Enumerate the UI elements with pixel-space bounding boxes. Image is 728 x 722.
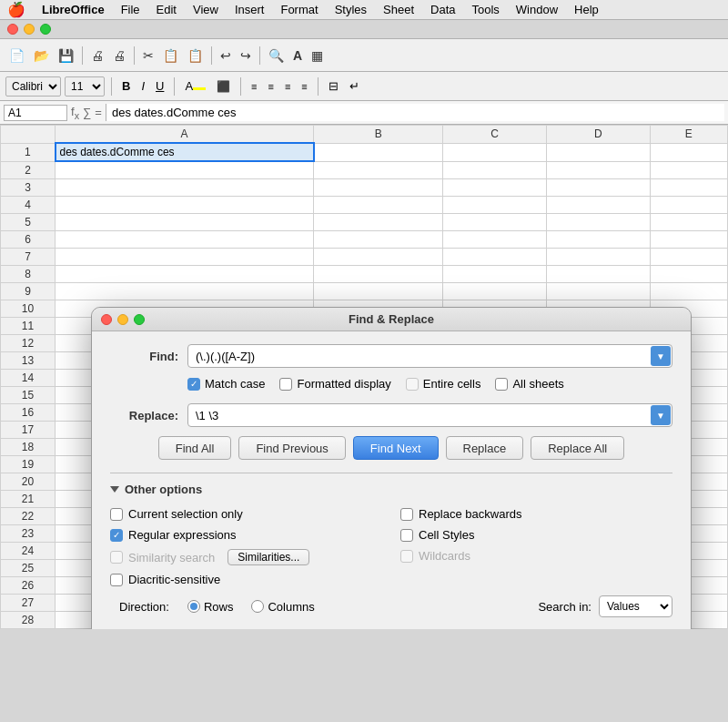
menubar-insert[interactable]: Insert — [228, 1, 272, 18]
maximize-button[interactable] — [40, 24, 51, 35]
table-row[interactable] — [547, 265, 651, 282]
table-row[interactable] — [650, 196, 727, 213]
paste-button[interactable]: 📋 — [184, 46, 207, 65]
rows-radio[interactable]: Rows — [187, 600, 234, 614]
replace-all-button[interactable]: Replace All — [531, 436, 624, 460]
table-row[interactable] — [314, 248, 443, 265]
dialog-close-button[interactable] — [101, 314, 112, 325]
table-row[interactable] — [314, 196, 443, 213]
col-header-a[interactable]: A — [56, 126, 314, 144]
replace-button[interactable]: Replace — [446, 436, 524, 460]
table-row[interactable] — [547, 230, 651, 248]
match-case-checkbox[interactable]: ✓ Match case — [187, 377, 265, 391]
wrap-text-button[interactable]: ↵ — [346, 78, 363, 94]
similarities-button[interactable]: Similarities... — [228, 549, 309, 565]
menubar-window[interactable]: Window — [509, 1, 565, 18]
menubar-tools[interactable]: Tools — [464, 1, 506, 18]
search-in-select[interactable]: Values Formulas Notes — [599, 595, 672, 617]
table-row[interactable] — [56, 161, 314, 178]
close-button[interactable] — [7, 24, 18, 35]
formula-input[interactable] — [106, 104, 724, 121]
col-header-c[interactable]: C — [443, 126, 547, 144]
italic-button[interactable]: I — [137, 78, 148, 94]
all-sheets-checkbox[interactable]: All sheets — [495, 377, 563, 391]
dialog-maximize-button[interactable] — [134, 314, 145, 325]
merge-cells-button[interactable]: ⊟ — [325, 78, 342, 94]
bold-button[interactable]: B — [118, 78, 134, 94]
cut-button[interactable]: ✂ — [139, 46, 157, 65]
table-row[interactable] — [314, 282, 443, 300]
align-center-button[interactable]: ≡ — [265, 80, 278, 93]
menubar-sheet[interactable]: Sheet — [376, 1, 421, 18]
menubar-edit[interactable]: Edit — [149, 1, 184, 18]
cell-reference-input[interactable] — [4, 105, 67, 121]
regular-expressions-option[interactable]: ✓ Regular expressions — [110, 528, 382, 542]
table-row[interactable] — [547, 178, 651, 196]
table-row[interactable] — [443, 230, 547, 248]
replace-backwards-option[interactable]: Replace backwards — [400, 507, 672, 521]
table-row[interactable]: des dates.dComme ces — [56, 143, 314, 161]
table-row[interactable] — [547, 143, 651, 161]
find-dropdown-button[interactable]: ▼ — [651, 346, 671, 366]
justify-button[interactable]: ≡ — [298, 80, 310, 93]
menubar-format[interactable]: Format — [273, 1, 325, 18]
replace-dropdown-button[interactable]: ▼ — [651, 405, 671, 425]
find-button[interactable]: 🔍 — [265, 46, 288, 65]
table-row[interactable] — [443, 196, 547, 213]
align-left-button[interactable]: ≡ — [248, 80, 260, 93]
table-row[interactable] — [650, 282, 727, 300]
table-row[interactable] — [56, 248, 314, 265]
table-row[interactable] — [650, 248, 727, 265]
table-row[interactable] — [547, 161, 651, 178]
table-row[interactable] — [547, 213, 651, 230]
table-row[interactable] — [443, 248, 547, 265]
undo-button[interactable]: ↩ — [217, 46, 235, 65]
table-row[interactable] — [56, 265, 314, 282]
diacritic-sensitive-option[interactable]: Diacritic-sensitive — [110, 573, 382, 586]
chart-button[interactable]: ▦ — [308, 46, 327, 65]
font-name-select[interactable]: Calibri — [5, 76, 61, 97]
formatted-display-checkbox[interactable]: Formatted display — [279, 377, 390, 391]
find-previous-button[interactable]: Find Previous — [238, 436, 345, 460]
table-row[interactable] — [650, 161, 727, 178]
table-row[interactable] — [443, 178, 547, 196]
menubar-app[interactable]: LibreOffice — [35, 1, 112, 18]
table-row[interactable] — [56, 196, 314, 213]
table-row[interactable] — [547, 196, 651, 213]
cell-styles-option[interactable]: Cell Styles — [400, 528, 672, 542]
table-row[interactable] — [650, 265, 727, 282]
table-row[interactable] — [56, 213, 314, 230]
columns-radio[interactable]: Columns — [251, 600, 314, 614]
dialog-minimize-button[interactable] — [117, 314, 128, 325]
replace-input[interactable] — [187, 403, 672, 427]
table-row[interactable] — [314, 213, 443, 230]
similarity-search-option[interactable]: Similarity search Similarities... — [110, 549, 382, 565]
redo-button[interactable]: ↪ — [237, 46, 255, 65]
table-row[interactable] — [314, 161, 443, 178]
print-button[interactable]: 🖨 — [87, 46, 107, 65]
spell-check-button[interactable]: A — [289, 46, 306, 65]
col-header-d[interactable]: D — [547, 126, 651, 144]
table-row[interactable] — [443, 265, 547, 282]
wildcards-option[interactable]: Wildcards — [400, 549, 672, 563]
underline-button[interactable]: U — [152, 78, 167, 94]
current-selection-option[interactable]: Current selection only — [110, 507, 382, 521]
copy-button[interactable]: 📋 — [159, 46, 182, 65]
menubar-help[interactable]: Help — [567, 1, 606, 18]
table-row[interactable] — [650, 230, 727, 248]
table-row[interactable] — [314, 230, 443, 248]
apple-menu[interactable]: 🍎 — [7, 1, 25, 18]
table-row[interactable] — [314, 265, 443, 282]
table-row[interactable] — [443, 282, 547, 300]
font-color-button[interactable]: A — [181, 78, 209, 94]
other-options-toggle[interactable]: Other options — [110, 483, 672, 496]
menubar-file[interactable]: File — [114, 1, 147, 18]
menubar-view[interactable]: View — [186, 1, 226, 18]
table-row[interactable] — [56, 178, 314, 196]
table-row[interactable] — [443, 213, 547, 230]
font-size-select[interactable]: 11 — [65, 76, 105, 97]
entire-cells-checkbox[interactable]: Entire cells — [406, 377, 481, 391]
table-row[interactable] — [650, 178, 727, 196]
new-button[interactable]: 📄 — [5, 46, 28, 65]
find-next-button[interactable]: Find Next — [353, 436, 439, 460]
